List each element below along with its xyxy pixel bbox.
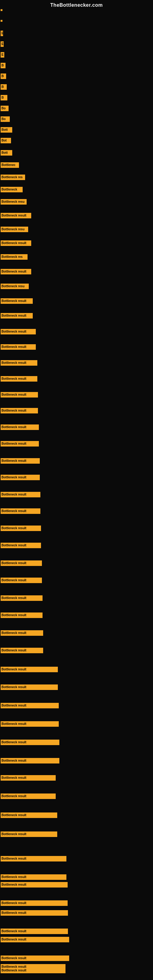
bar-label: Bottleneck result	[1, 344, 36, 350]
bar-label: B	[1, 95, 7, 100]
bar-row: Bo	[1, 116, 10, 122]
bar-row: Bottleneck res	[1, 254, 27, 260]
bar-label: Bottleneck result	[1, 508, 40, 514]
bar-label: Bottleneck result	[1, 425, 39, 430]
bar-row: B	[1, 84, 7, 90]
bar-label: Bottleneck result	[1, 667, 58, 672]
bar-label: B	[1, 84, 7, 90]
bar-row: Bottleneck result	[1, 882, 68, 888]
bar-row: Bottleneck result	[1, 956, 69, 961]
bar-row: Bottleneck result	[1, 560, 42, 566]
bar-row: Bottleneck result	[1, 832, 57, 837]
bar-label: Bottleneck result	[1, 240, 31, 246]
bar-row: Bottleneck	[1, 187, 22, 192]
bar-label: Bottleneck result	[1, 775, 56, 781]
bar-row: E	[1, 52, 4, 57]
bar-row: Bottleneck result	[1, 721, 59, 727]
bar-row: Bottleneck result	[1, 269, 31, 274]
bar-row: Bottleneck result	[1, 344, 36, 350]
bar-row: Bottleneck result	[1, 329, 36, 334]
bar-row: Bottleneck resu	[1, 283, 29, 289]
bar-row: B	[1, 63, 5, 68]
bar-row	[1, 9, 2, 11]
bar-label: Bottleneck result	[1, 408, 38, 414]
bar-row: Bottleneck result	[1, 968, 65, 973]
bar-row: Bottleneck result	[1, 684, 58, 690]
bar-label: Bo	[1, 116, 10, 122]
bar-label: Bottleneck result	[1, 560, 42, 566]
bar-row: Bottleneck result	[1, 240, 31, 246]
bar-label: Bottlenec	[1, 162, 19, 168]
bar-label	[1, 9, 2, 11]
bar-row	[1, 20, 2, 22]
bar-row: B	[1, 73, 6, 79]
bar-row: Bottleneck result	[1, 775, 56, 781]
bar-row: Bottleneck result	[1, 612, 43, 618]
bar-row: Bottleneck result	[1, 578, 42, 583]
bar-label: Bottleneck result	[1, 956, 69, 961]
bar-label: Bot	[1, 138, 11, 143]
bar-row: Bottleneck result	[1, 425, 39, 430]
chart-area: TheBottlenecker.com EEEBBBBBoBoBottBotBo…	[0, 0, 153, 980]
bar-label: Bottleneck resu	[1, 227, 28, 232]
bar-label: Bottleneck result	[1, 900, 68, 906]
bar-label: Bottleneck result	[1, 578, 42, 583]
bar-label: Bottleneck resu	[1, 199, 27, 205]
bar-label: Bottleneck result	[1, 360, 37, 366]
bar-row: Bottleneck result	[1, 794, 56, 799]
bar-row: Bottleneck result	[1, 458, 40, 464]
bar-label: Bottleneck result	[1, 392, 38, 398]
bar-row: Bottleneck result	[1, 475, 40, 480]
bar-label: Bottleneck result	[1, 740, 59, 745]
bar-row: Bottleneck result	[1, 525, 41, 531]
bar-row: E	[1, 30, 3, 36]
bar-row: Bottleneck result	[1, 856, 66, 861]
bar-row: Bottleneck result	[1, 360, 37, 366]
bar-row: Bottleneck result	[1, 740, 59, 745]
bar-row: Bottleneck result	[1, 213, 31, 218]
bar-label: Bottleneck result	[1, 794, 56, 799]
bar-label: Bottleneck result	[1, 298, 33, 304]
bar-label: Bott	[1, 127, 12, 133]
bar-row: Bottleneck result	[1, 508, 40, 514]
bar-label: Bottleneck result	[1, 721, 59, 727]
bar-row: Bottleneck result	[1, 758, 59, 764]
bar-row: Bottleneck result	[1, 648, 43, 653]
bar-label: Bottleneck result	[1, 684, 58, 690]
bar-label: E	[1, 30, 3, 36]
bar-row: Bott	[1, 150, 12, 156]
bar-row: Bottleneck result	[1, 392, 38, 398]
bar-row: Bottleneck result	[1, 667, 58, 672]
bar-label: Bottleneck result	[1, 968, 65, 973]
bar-row: Bottleneck result	[1, 492, 40, 497]
bar-row: Bott	[1, 127, 12, 133]
bar-label: Bottleneck result	[1, 703, 59, 708]
bar-label: Bottleneck result	[1, 832, 57, 837]
bar-row: Bottleneck result	[1, 376, 37, 382]
bar-label: Bottleneck result	[1, 612, 43, 618]
bar-label: E	[1, 41, 4, 47]
bar-row: Bottleneck resu	[1, 227, 28, 232]
bar-label: E	[1, 52, 4, 57]
bar-row: Bottleneck result	[1, 900, 68, 906]
bar-label: Bottleneck result	[1, 910, 68, 916]
bar-label: Bottleneck result	[1, 648, 43, 653]
bar-label: Bottleneck result	[1, 376, 37, 382]
bar-label: Bottleneck result	[1, 458, 40, 464]
bar-row: Bottleneck result	[1, 542, 41, 548]
bar-label: Bottleneck result	[1, 937, 69, 942]
bar-row: Bottleneck result	[1, 813, 57, 818]
bar-row: Bottleneck result	[1, 408, 38, 414]
bar-row: Bottleneck result	[1, 441, 39, 447]
bar-label: Bottleneck result	[1, 441, 39, 447]
bar-label: Bottleneck result	[1, 882, 68, 888]
bar-row: Bottlenec	[1, 162, 19, 168]
bar-label: Bottleneck result	[1, 525, 41, 531]
bar-row: Bottleneck result	[1, 703, 59, 708]
bar-row: Bottleneck result	[1, 595, 43, 601]
bar-label: Bottleneck result	[1, 758, 59, 764]
bar-row: Bottleneck result	[1, 313, 33, 318]
bar-row: Bottleneck result	[1, 298, 33, 304]
bar-label: Bottleneck res	[1, 254, 27, 260]
bar-row: Bo	[1, 106, 9, 111]
